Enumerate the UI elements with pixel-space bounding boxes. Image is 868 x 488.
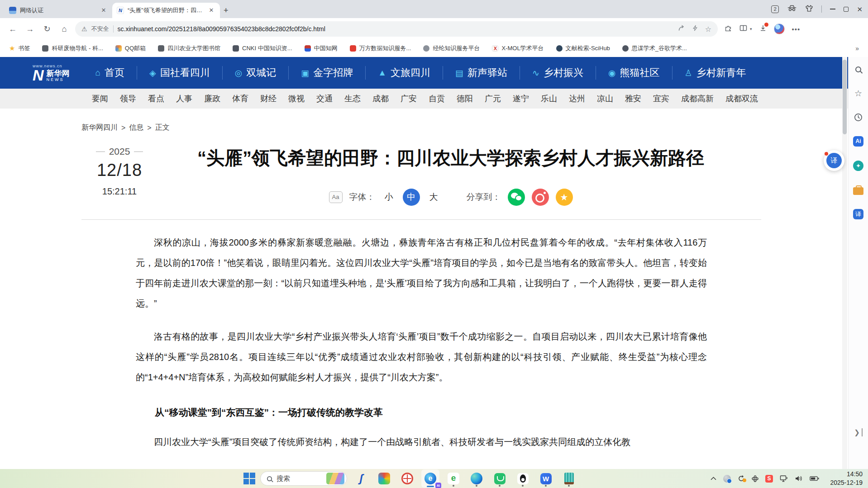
- nav-item-rural-youth[interactable]: ♙乡村新青年: [672, 66, 758, 80]
- performance-bolt-icon[interactable]: [692, 24, 698, 33]
- nav-item-home[interactable]: ⌂首页: [83, 66, 137, 80]
- subnav-item[interactable]: 领导: [114, 93, 142, 104]
- bookmark-item[interactable]: 万方数据知识服务...: [350, 44, 411, 52]
- subnav-item[interactable]: 生态: [339, 93, 367, 104]
- bookmark-item[interactable]: 经纶知识服务平台: [423, 44, 480, 52]
- briefcase-icon[interactable]: [853, 187, 863, 195]
- onedrive-status-icon[interactable]: [723, 475, 731, 483]
- sync-icon[interactable]: [738, 475, 745, 482]
- nav-item-twin-cities[interactable]: ◎双城记: [222, 66, 289, 80]
- minimize-button[interactable]: [830, 9, 835, 9]
- font-large-button[interactable]: 大: [427, 191, 441, 203]
- chevron-down-icon[interactable]: ▾: [750, 27, 752, 31]
- subnav-item[interactable]: 廉政: [198, 93, 226, 104]
- bookmark-item[interactable]: XX-MOL学术平台: [492, 44, 544, 52]
- extensions-puzzle-icon[interactable]: [724, 24, 732, 34]
- translate-icon[interactable]: 译: [853, 209, 863, 219]
- bookmark-item[interactable]: 科研废物导航 - 科...: [42, 44, 103, 52]
- taskbar-app-edge[interactable]: [467, 469, 486, 488]
- favorites-star-icon[interactable]: ☆: [854, 88, 863, 98]
- taskbar-app-green-e[interactable]: e: [444, 469, 463, 488]
- nav-item-guoshe[interactable]: ◈国社看四川: [137, 66, 222, 80]
- back-icon[interactable]: ←: [6, 24, 19, 34]
- sidebar-expand-icon[interactable]: ❯: [854, 428, 863, 436]
- search-icon[interactable]: [854, 64, 863, 74]
- home-icon[interactable]: ⌂: [58, 24, 71, 34]
- discover-icon[interactable]: ✦: [853, 161, 863, 171]
- favorite-star-icon[interactable]: ☆: [705, 25, 711, 33]
- subnav-item[interactable]: 广安: [395, 93, 423, 104]
- history-clock-icon[interactable]: [854, 112, 863, 122]
- scrollbar-thumb[interactable]: [843, 60, 847, 134]
- subnav-item[interactable]: 成都高新: [675, 93, 720, 104]
- qzone-share-icon[interactable]: ★: [556, 189, 573, 206]
- tab-close-icon[interactable]: ✕: [100, 6, 108, 14]
- nav-item-rural-revitalization[interactable]: ∿乡村振兴: [520, 66, 596, 80]
- subnav-item[interactable]: 雅安: [619, 93, 647, 104]
- battery-icon[interactable]: [810, 476, 819, 481]
- refresh-icon[interactable]: ↻: [41, 24, 53, 34]
- bookmark-item[interactable]: 中国知网: [305, 44, 338, 52]
- sogou-input-icon[interactable]: S: [765, 475, 773, 483]
- url-text[interactable]: sc.xinhuanet.com/20251218/8a009059763540…: [118, 25, 674, 33]
- subnav-item[interactable]: 德阳: [451, 93, 479, 104]
- split-screen-icon[interactable]: [739, 24, 747, 33]
- font-medium-button[interactable]: 中: [403, 189, 420, 206]
- bookmark-item[interactable]: ★书签: [9, 44, 30, 52]
- font-small-button[interactable]: 小: [382, 191, 396, 203]
- taskbar-app-wps[interactable]: W: [537, 469, 555, 488]
- subnav-item[interactable]: 要闻: [86, 93, 114, 104]
- tab-network-auth[interactable]: 网络认证 ✕: [5, 3, 112, 18]
- page-scrollbar[interactable]: [842, 57, 847, 469]
- subnav-item[interactable]: 看点: [142, 93, 170, 104]
- floating-translate-button[interactable]: 译: [824, 150, 844, 171]
- subnav-item[interactable]: 微视: [282, 93, 310, 104]
- taskbar-search[interactable]: 搜索: [260, 471, 347, 486]
- subnav-item[interactable]: 乐山: [535, 93, 563, 104]
- subnav-item[interactable]: 自贡: [423, 93, 451, 104]
- maximize-button[interactable]: [844, 7, 849, 12]
- nav-item-golden-sign[interactable]: ▣金字招牌: [288, 66, 365, 80]
- address-bar[interactable]: ⚠ 不安全 sc.xinhuanet.com/20251218/8a009059…: [75, 21, 718, 37]
- breadcrumb-link-site[interactable]: 新华网四川: [81, 123, 118, 133]
- weibo-share-icon[interactable]: [532, 189, 549, 206]
- subnav-item[interactable]: 达州: [563, 93, 591, 104]
- bookmarks-overflow-icon[interactable]: »: [855, 45, 859, 52]
- downloads-icon[interactable]: [759, 24, 767, 33]
- nav-item-culture-tourism[interactable]: ▲文旅四川: [365, 66, 443, 80]
- subnav-item[interactable]: 遂宁: [507, 93, 535, 104]
- wechat-share-icon[interactable]: [508, 189, 525, 206]
- peripheral-pin-icon[interactable]: [752, 475, 758, 482]
- incognito-icon[interactable]: [787, 5, 797, 14]
- tray-expand-chevron-icon[interactable]: [711, 477, 716, 480]
- taskbar-app-clip[interactable]: ʃ: [352, 469, 370, 488]
- subnav-item[interactable]: 成都: [367, 93, 395, 104]
- volume-icon[interactable]: [795, 475, 803, 482]
- bookmark-item[interactable]: QQ邮箱: [115, 44, 146, 52]
- taskbar-app-green-store[interactable]: [491, 469, 509, 488]
- taskbar-app-chart[interactable]: [398, 469, 416, 488]
- theme-shirt-icon[interactable]: [805, 5, 813, 14]
- more-menu-icon[interactable]: •••: [792, 25, 801, 33]
- ai-tools-icon[interactable]: Ai: [853, 136, 863, 147]
- taskbar-clock[interactable]: 14:50 2025-12-19: [830, 469, 863, 488]
- subnav-item[interactable]: 成都双流: [720, 93, 764, 104]
- bookmark-item[interactable]: 四川农业大学图书馆: [158, 44, 220, 52]
- bookmark-item[interactable]: CNKI 中国知识资...: [233, 44, 292, 52]
- tab-article[interactable]: N “头雁”领飞希望的田野：四川农业 ✕: [112, 3, 220, 18]
- subnav-item[interactable]: 宜宾: [647, 93, 675, 104]
- subnav-item[interactable]: 广元: [479, 93, 507, 104]
- taskbar-app-notes[interactable]: [560, 469, 578, 488]
- share-icon[interactable]: [678, 24, 685, 33]
- taskbar-app-edge-ai[interactable]: eAi: [421, 469, 439, 488]
- subnav-item[interactable]: 交通: [310, 93, 339, 104]
- nav-item-panda-community[interactable]: ◉熊猫社区: [596, 66, 672, 80]
- bookmark-item[interactable]: 思谋学术_谷歌学术...: [622, 44, 687, 52]
- tab-counter-icon[interactable]: 2: [771, 5, 779, 13]
- new-tab-button[interactable]: +: [224, 6, 229, 15]
- monitor-device-icon[interactable]: [780, 475, 788, 483]
- breadcrumb-link-info[interactable]: 信息: [129, 123, 143, 133]
- tab-close-icon[interactable]: ✕: [207, 6, 215, 14]
- profile-avatar[interactable]: [774, 24, 785, 34]
- bookmark-item[interactable]: 文献检索-SciHub: [556, 44, 610, 52]
